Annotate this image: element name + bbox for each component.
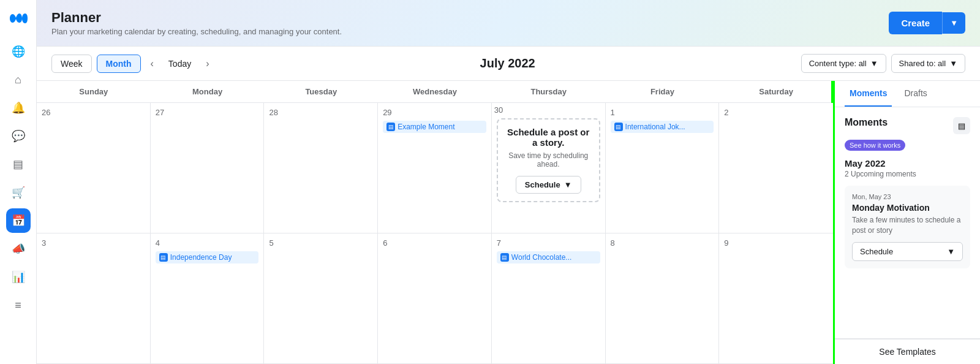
calendar-cell-29: 29 ▤ Example Moment [378, 103, 492, 233]
sidebar-item-insights[interactable]: 📊 [6, 265, 31, 289]
event-icon: ▤ [386, 123, 395, 131]
right-panel: Moments Drafts Moments ▤ See how it work… [833, 81, 980, 364]
sidebar-item-home[interactable]: ⌂ [6, 67, 31, 92]
calendar-cell-8: 8 [606, 233, 720, 364]
sidebar-item-shop[interactable]: 🛒 [6, 180, 31, 205]
day-header-sunday: Sunday [37, 81, 151, 102]
page-header: Planner Plan your marketing calendar by … [37, 0, 980, 47]
page-title: Planner [51, 10, 342, 26]
content-type-filter[interactable]: Content type: all ▼ [801, 54, 886, 73]
day-header-wednesday: Wednesday [378, 81, 492, 102]
next-month-button[interactable]: › [201, 56, 214, 72]
meta-logo-icon[interactable] [7, 7, 29, 29]
day-headers: Sunday Monday Tuesday Wednesday Thursday… [37, 81, 833, 103]
month-view-button[interactable]: Month [97, 55, 141, 73]
list-item[interactable]: ▤ World Chocolate... [497, 251, 600, 264]
sidebar-item-menu[interactable]: ≡ [6, 293, 31, 317]
chevron-down-icon: ▼ [870, 59, 878, 68]
main-content: Planner Plan your marketing calendar by … [37, 0, 980, 364]
sidebar-item-notifications[interactable]: 🔔 [6, 96, 31, 120]
panel-tabs: Moments Drafts [835, 81, 980, 107]
calendar-cell-30: 30 Schedule a post or a story. Save time… [492, 103, 606, 233]
calendar-cell-26: 26 [37, 103, 151, 233]
day-header-saturday: Saturday [719, 81, 833, 102]
sidebar: 🌐 ⌂ 🔔 💬 ▤ 🛒 📅 📣 📊 ≡ [0, 0, 37, 364]
page-subtitle: Plan your marketing calendar by creating… [51, 27, 342, 36]
moment-name: Monday Motivation [852, 203, 963, 213]
calendar: Sunday Monday Tuesday Wednesday Thursday… [37, 81, 833, 364]
calendar-cell-4: 4 ▤ Independence Day [151, 233, 265, 364]
panel-footer: See Templates [835, 338, 980, 364]
calendar-grid: 26 27 28 29 ▤ Example Moment 30 [37, 103, 833, 364]
moment-date: Mon, May 23 [852, 193, 963, 200]
current-month-title: July 2022 [219, 56, 796, 70]
see-how-badge[interactable]: See how it works [845, 140, 905, 151]
calendar-cell-5: 5 [264, 233, 378, 364]
chevron-down-icon: ▼ [949, 59, 957, 68]
event-icon: ▤ [500, 253, 509, 262]
calendar-container: Sunday Monday Tuesday Wednesday Thursday… [37, 81, 980, 364]
tab-moments[interactable]: Moments [845, 81, 892, 107]
day-header-monday: Monday [151, 81, 265, 102]
sidebar-item-ads[interactable]: 📣 [6, 237, 31, 261]
calendar-cell-2: 2 [719, 103, 833, 233]
calendar-cell-1: 1 ▤ International Jok... [606, 103, 720, 233]
schedule-prompt: Schedule a post or a story. Save time by… [497, 118, 600, 202]
list-item[interactable]: ▤ Independence Day [156, 251, 259, 264]
calendar-cell-7: 7 ▤ World Chocolate... [492, 233, 606, 364]
schedule-button[interactable]: Schedule ▼ [516, 176, 581, 194]
create-button-group: Create ▼ [889, 12, 965, 34]
calendar-cell-27: 27 [151, 103, 265, 233]
may-title: May 2022 [845, 158, 970, 169]
list-item[interactable]: ▤ Example Moment [383, 121, 486, 133]
sidebar-item-pages[interactable]: ▤ [6, 152, 31, 176]
header-text: Planner Plan your marketing calendar by … [51, 10, 342, 36]
tab-drafts[interactable]: Drafts [899, 81, 932, 107]
day-header-thursday: Thursday [492, 81, 606, 102]
sidebar-item-messages[interactable]: 💬 [6, 124, 31, 148]
calendar-cell-9: 9 [719, 233, 833, 364]
day-header-tuesday: Tuesday [264, 81, 378, 102]
sidebar-item-globe[interactable]: 🌐 [6, 39, 31, 64]
prev-month-button[interactable]: ‹ [146, 56, 159, 72]
panel-content: Moments ▤ See how it works May 2022 2 Up… [835, 107, 980, 338]
schedule-prompt-subtitle: Save time by scheduling ahead. [505, 151, 592, 169]
moment-desc: Take a few minutes to schedule a post or… [852, 215, 963, 236]
moments-icon-button[interactable]: ▤ [953, 117, 970, 134]
schedule-prompt-title: Schedule a post or a story. [505, 127, 592, 148]
chevron-down-icon: ▼ [947, 247, 955, 256]
moments-title: Moments [845, 117, 888, 128]
moment-schedule-dropdown[interactable]: Schedule ▼ [852, 242, 963, 261]
create-button[interactable]: Create [889, 12, 942, 34]
event-icon: ▤ [614, 123, 623, 131]
shared-to-filter[interactable]: Shared to: all ▼ [891, 54, 965, 73]
upcoming-count: 2 Upcoming moments [845, 170, 970, 178]
create-dropdown-button[interactable]: ▼ [942, 12, 965, 34]
list-item[interactable]: ▤ International Jok... [611, 121, 714, 133]
moment-card: Mon, May 23 Monday Motivation Take a few… [845, 186, 970, 268]
today-button[interactable]: Today [164, 56, 196, 71]
sidebar-item-planner[interactable]: 📅 [6, 208, 31, 233]
calendar-cell-6: 6 [378, 233, 492, 364]
calendar-toolbar: Week Month ‹ Today › July 2022 Content t… [37, 47, 980, 81]
chevron-down-icon: ▼ [564, 180, 572, 189]
day-header-friday: Friday [606, 81, 720, 102]
moments-header: Moments ▤ [845, 117, 970, 134]
calendar-cell-3: 3 [37, 233, 151, 364]
calendar-cell-28: 28 [264, 103, 378, 233]
see-templates-button[interactable]: See Templates [835, 339, 980, 364]
event-icon: ▤ [159, 253, 168, 262]
week-view-button[interactable]: Week [51, 55, 92, 73]
